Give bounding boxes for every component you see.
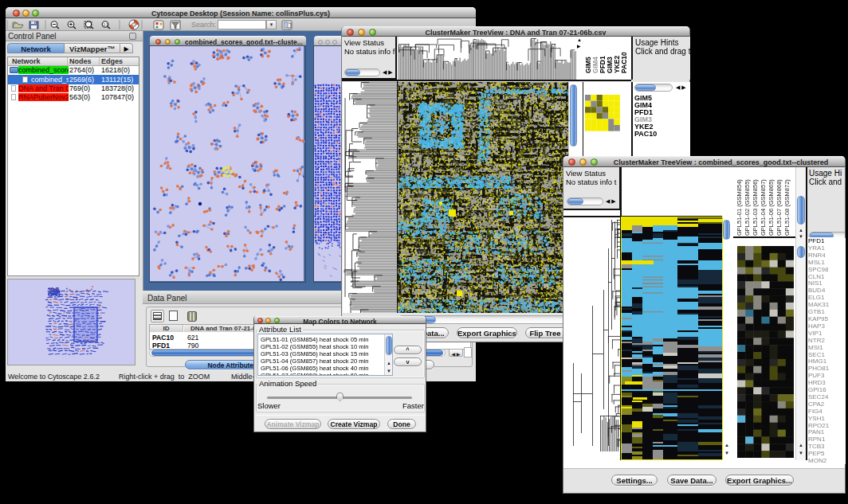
- svg-text:1:1: 1:1: [104, 23, 109, 27]
